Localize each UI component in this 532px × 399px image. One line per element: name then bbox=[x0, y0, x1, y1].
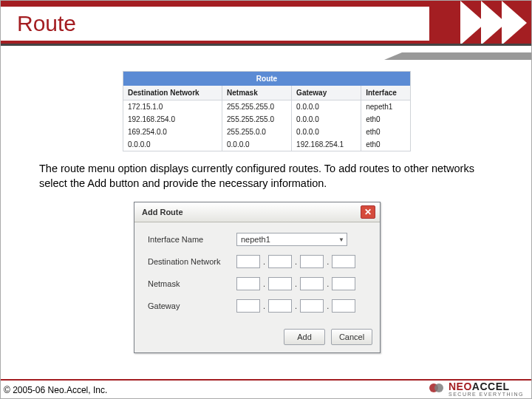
gw-octet-4[interactable] bbox=[332, 299, 355, 313]
brand-main-b: ACCEL bbox=[472, 381, 510, 392]
cell-dest: 169.254.0.0 bbox=[123, 126, 222, 138]
add-button[interactable]: Add bbox=[284, 329, 325, 345]
route-panel-title: Route bbox=[123, 72, 410, 86]
dest-octet-2[interactable] bbox=[268, 255, 292, 268]
cell-mask: 255.255.0.0 bbox=[222, 126, 292, 138]
col-gateway[interactable]: Gateway bbox=[292, 86, 361, 100]
label-gateway: Gateway bbox=[148, 301, 236, 310]
copyright-text: © 2005-06 Neo.Accel, Inc. bbox=[4, 385, 107, 395]
cell-dest: 0.0.0.0 bbox=[123, 138, 222, 151]
header-tab-decor bbox=[402, 52, 531, 60]
header-separator bbox=[1, 44, 531, 46]
route-table: Destination Network Netmask Gateway Inte… bbox=[123, 86, 410, 151]
table-row[interactable]: 172.15.1.0255.255.255.00.0.0.0nepeth1 bbox=[123, 100, 410, 114]
cancel-button[interactable]: Cancel bbox=[331, 329, 372, 345]
slide-title: Route bbox=[1, 7, 429, 41]
mask-octet-2[interactable] bbox=[268, 277, 292, 290]
dialog-title: Add Route bbox=[142, 208, 183, 216]
mask-octet-4[interactable] bbox=[332, 277, 355, 290]
cell-iface: eth0 bbox=[361, 113, 410, 126]
header-arrows-icon bbox=[432, 1, 528, 44]
cell-gw: 192.168.254.1 bbox=[292, 138, 361, 151]
dest-octet-4[interactable] bbox=[332, 255, 355, 268]
add-route-dialog: Add Route ✕ Interface Name nepeth1 ▼ Des… bbox=[134, 202, 381, 353]
neoaccel-logo-icon bbox=[429, 383, 444, 395]
table-row[interactable]: 169.254.0.0255.255.0.00.0.0.0eth0 bbox=[123, 126, 410, 138]
gw-octet-1[interactable] bbox=[236, 299, 260, 313]
dest-octet-3[interactable] bbox=[300, 255, 324, 268]
brand-main-a: NEO bbox=[449, 381, 472, 392]
cell-gw: 0.0.0.0 bbox=[292, 126, 361, 138]
label-destination-network: Destination Network bbox=[148, 257, 236, 266]
interface-select-value: nepeth1 bbox=[241, 235, 270, 244]
dest-octet-1[interactable] bbox=[236, 255, 260, 268]
cell-mask: 0.0.0.0 bbox=[222, 138, 292, 151]
mask-octet-1[interactable] bbox=[236, 277, 260, 290]
description-text: The route menu option displays currently… bbox=[39, 162, 494, 191]
cell-mask: 255.255.255.0 bbox=[222, 100, 292, 114]
cell-dest: 192.168.254.0 bbox=[123, 113, 222, 126]
cell-dest: 172.15.1.0 bbox=[123, 100, 222, 114]
label-interface-name: Interface Name bbox=[148, 235, 236, 244]
table-row[interactable]: 0.0.0.00.0.0.0192.168.254.1eth0 bbox=[123, 138, 410, 151]
brand-logo-block: NEOACCEL SECURE EVERYTHING bbox=[429, 381, 524, 397]
col-destination[interactable]: Destination Network bbox=[123, 86, 222, 100]
col-interface[interactable]: Interface bbox=[361, 86, 410, 100]
cell-gw: 0.0.0.0 bbox=[292, 100, 361, 114]
cell-iface: eth0 bbox=[361, 126, 410, 138]
cell-iface: nepeth1 bbox=[361, 100, 410, 114]
dialog-titlebar[interactable]: Add Route ✕ bbox=[134, 202, 380, 222]
table-row[interactable]: 192.168.254.0255.255.255.00.0.0.0eth0 bbox=[123, 113, 410, 126]
gw-octet-2[interactable] bbox=[268, 299, 292, 313]
interface-select[interactable]: nepeth1 ▼ bbox=[236, 233, 347, 246]
mask-octet-3[interactable] bbox=[300, 277, 324, 290]
cell-mask: 255.255.255.0 bbox=[222, 113, 292, 126]
label-netmask: Netmask bbox=[148, 279, 236, 288]
chevron-down-icon: ▼ bbox=[338, 236, 344, 243]
route-table-panel: Route Destination Network Netmask Gatewa… bbox=[123, 71, 411, 151]
gw-octet-3[interactable] bbox=[300, 299, 324, 313]
cell-gw: 0.0.0.0 bbox=[292, 113, 361, 126]
cell-iface: eth0 bbox=[361, 138, 410, 151]
close-icon[interactable]: ✕ bbox=[361, 205, 375, 219]
brand-tagline: SECURE EVERYTHING bbox=[449, 392, 524, 397]
col-netmask[interactable]: Netmask bbox=[222, 86, 292, 100]
